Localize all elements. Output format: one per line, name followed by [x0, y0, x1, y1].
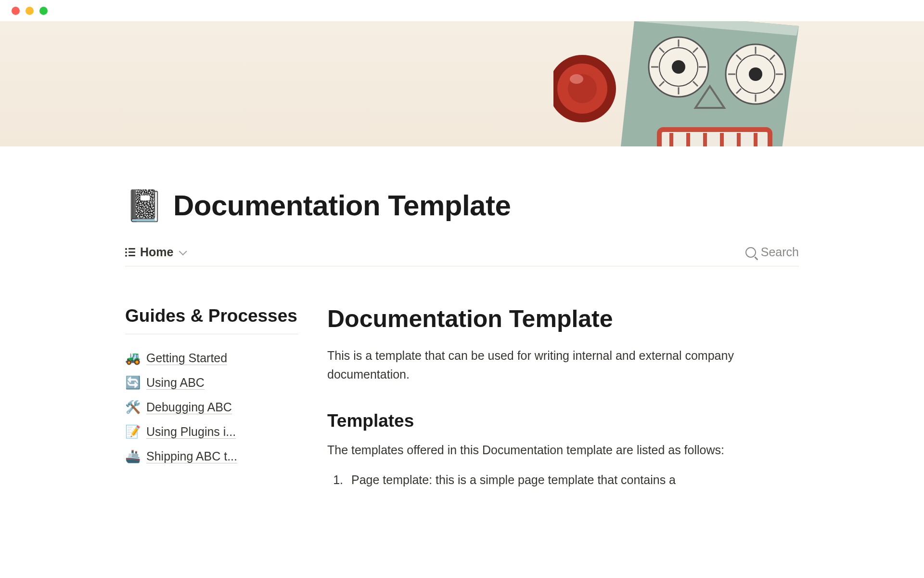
ship-icon: 🚢	[125, 449, 141, 464]
main-content: Documentation Template This is a templat…	[327, 305, 799, 489]
sidebar-item-label: Debugging ABC	[146, 400, 232, 414]
window-maximize-button[interactable]	[39, 7, 48, 15]
cover-image[interactable]	[0, 21, 924, 146]
refresh-icon: 🔄	[125, 375, 141, 390]
svg-point-23	[749, 67, 762, 81]
page-title[interactable]: Documentation Template	[173, 189, 511, 222]
templates-intro: The templates offered in this Documentat…	[327, 441, 799, 460]
list-item: Page template: this is a simple page tem…	[346, 471, 799, 489]
svg-point-35	[570, 74, 583, 84]
window-close-button[interactable]	[12, 7, 20, 15]
list-view-icon	[125, 248, 135, 257]
search-button[interactable]: Search	[745, 245, 799, 259]
tractor-icon: 🚜	[125, 351, 141, 366]
search-label: Search	[761, 245, 799, 259]
view-selector[interactable]: Home	[125, 245, 185, 259]
database-toolbar: Home Search	[125, 222, 799, 266]
sidebar-item-using-abc[interactable]: 🔄 Using ABC	[125, 370, 298, 395]
page-header: 📓 Documentation Template	[125, 146, 799, 222]
view-name: Home	[140, 245, 173, 259]
sidebar-item-label: Using Plugins i...	[146, 425, 236, 439]
sidebar-item-using-plugins[interactable]: 📝 Using Plugins i...	[125, 420, 298, 444]
svg-rect-25	[659, 130, 770, 146]
content-subheading: Templates	[327, 411, 799, 431]
sidebar-item-shipping-abc[interactable]: 🚢 Shipping ABC t...	[125, 444, 298, 469]
memo-icon: 📝	[125, 424, 141, 439]
sidebar-item-label: Shipping ABC t...	[146, 449, 237, 463]
templates-list: Page template: this is a simple page tem…	[327, 471, 799, 489]
sidebar-heading: Guides & Processes	[125, 305, 298, 334]
sidebar: Guides & Processes 🚜 Getting Started 🔄 U…	[125, 305, 298, 489]
page-icon[interactable]: 📓	[125, 190, 164, 221]
window-titlebar	[0, 0, 924, 21]
window-minimize-button[interactable]	[26, 7, 34, 15]
search-icon	[745, 247, 756, 258]
robot-illustration	[553, 21, 804, 146]
sidebar-item-label: Using ABC	[146, 376, 205, 390]
tools-icon: 🛠️	[125, 400, 141, 415]
app-window: 📓 Documentation Template Home Search Gui…	[0, 0, 924, 578]
sidebar-item-getting-started[interactable]: 🚜 Getting Started	[125, 346, 298, 370]
chevron-down-icon	[179, 247, 187, 255]
content-intro: This is a template that can be used for …	[327, 346, 799, 384]
content-title: Documentation Template	[327, 305, 799, 333]
sidebar-item-label: Getting Started	[146, 351, 227, 365]
svg-point-12	[672, 60, 685, 74]
sidebar-item-debugging-abc[interactable]: 🛠️ Debugging ABC	[125, 395, 298, 420]
